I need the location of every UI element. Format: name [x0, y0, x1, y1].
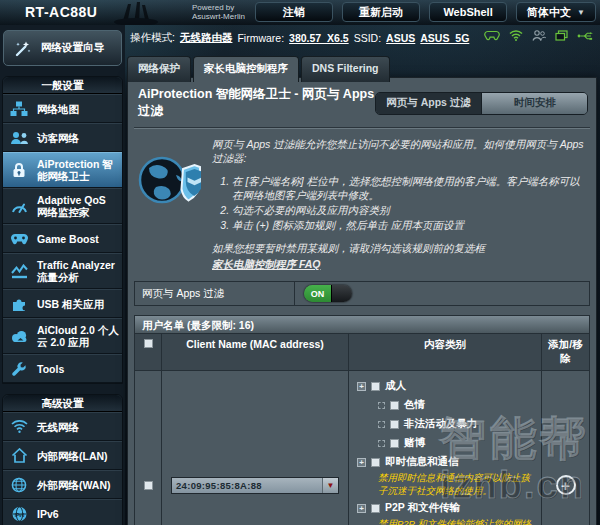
category-adult: + 成人: [357, 379, 535, 393]
reboot-button[interactable]: 重新启动: [342, 2, 420, 22]
sidebar-item-quick-setup[interactable]: 网络设置向导: [3, 30, 122, 66]
sidebar-item-label: 无线网络: [37, 421, 79, 433]
globe-icon: [7, 477, 31, 493]
sidebar-item-label: AiCloud 2.0 个人云 2.0 应用: [37, 324, 119, 348]
lock-shield-icon: [7, 162, 31, 178]
logout-button[interactable]: 注销: [255, 2, 333, 22]
tab-dns-filtering[interactable]: DNS Filtering: [301, 56, 390, 82]
sidebar-item-label: USB 相关应用: [37, 298, 104, 310]
toggle-knob: [331, 285, 352, 302]
subcategory-checkbox[interactable]: [390, 420, 399, 429]
sidebar-item-label: 访客网络: [37, 132, 79, 144]
column-content-category: 内容类别: [349, 334, 542, 370]
category-checkbox[interactable]: [371, 458, 380, 467]
table-row: 24:09:95:85:8A:88 ▼ + 成人 色情: [135, 371, 589, 525]
sidebar-item-label: Tools: [37, 363, 64, 375]
sidebar-section-general: 一般设置 网络地图 访客网络 AiProtection 智能网络卫士 Adapt…: [2, 76, 123, 384]
page-title: AiProtection 智能网络卫士 - 网页与 Apps 过滤: [138, 86, 375, 120]
sidebar-item-aiprotection[interactable]: AiProtection 智能网络卫士: [3, 152, 122, 188]
webshell-button[interactable]: WebShell: [429, 2, 507, 22]
client-mac-dropdown[interactable]: 24:09:95:85:8A:88 ▼: [171, 477, 339, 494]
expand-icon[interactable]: +: [357, 504, 366, 513]
sidebar-item-wan[interactable]: 外部网络(WAN): [3, 470, 122, 499]
firmware-link[interactable]: 380.57_X6.5: [289, 32, 349, 44]
sidebar-item-guest-network[interactable]: 访客网络: [3, 123, 122, 152]
subcategory-checkbox[interactable]: [390, 439, 399, 448]
network-map-icon: [7, 101, 31, 117]
header-buttons: 注销 重新启动 WebShell 简体中文 ▼: [255, 2, 596, 22]
description-intro: 网页与 Apps 过滤能允许您禁止访问不必要的网站和应用。如何使用网页与 App…: [212, 137, 584, 165]
tree-node-icon: [378, 402, 385, 409]
add-cell: +: [542, 371, 589, 525]
title-row: AiProtection 智能网络卫士 - 网页与 Apps 过滤 网页与 Ap…: [128, 78, 596, 127]
ipv6-icon: IPv6: [7, 506, 31, 522]
row-select-cell: [135, 371, 162, 525]
category-description: 禁用即时信息和通信内容可以防止孩子沉迷于社交网络的使用。: [378, 471, 535, 497]
subcategory-label: 非法活动及暴力: [404, 417, 478, 431]
sidebar-item-network-map[interactable]: 网络地图: [3, 94, 122, 123]
sidebar-item-game-boost[interactable]: Game Boost: [3, 224, 122, 253]
category-checkbox[interactable]: [371, 504, 380, 513]
sidebar-item-adaptive-qos[interactable]: Adaptive QoS 网络监控家: [3, 188, 122, 224]
sidebar-item-usb-apps[interactable]: USB 相关应用: [3, 289, 122, 318]
powered-by: Powered by Asuswrt-Merlin: [192, 3, 245, 21]
clients-status-icon[interactable]: [532, 30, 546, 41]
subcategory-gambling: 赌博: [378, 436, 535, 450]
status-bar: 操作模式: 无线路由器 Firmware: 380.57_X6.5 SSID: …: [130, 29, 594, 47]
sidebar-item-lan[interactable]: 内部网络(LAN): [3, 441, 122, 470]
sidebar-item-traffic-analyzer[interactable]: Traffic Analyzer 流量分析: [3, 253, 122, 289]
globe-shield-icon: [136, 137, 202, 271]
sidebar-item-label: 网络地图: [37, 103, 79, 115]
time-scheduling-view-button[interactable]: 时间安排: [481, 93, 587, 114]
category-checkbox[interactable]: [371, 382, 380, 391]
main-panel: AiProtection 智能网络卫士 - 网页与 Apps 过滤 网页与 Ap…: [127, 77, 597, 525]
category-label: 即时信息和通信: [385, 455, 459, 469]
game-mode-icon[interactable]: [484, 30, 500, 41]
expand-icon[interactable]: +: [357, 382, 366, 391]
wifi-status-icon[interactable]: [509, 30, 523, 41]
sidebar-item-label: Traffic Analyzer 流量分析: [37, 259, 119, 283]
guest-network-icon: [7, 131, 31, 145]
category-label: P2P 和文件传输: [385, 501, 460, 515]
sidebar: 网络设置向导 一般设置 网络地图 访客网络 AiProtection 智能网络卫…: [0, 25, 125, 525]
select-all-checkbox[interactable]: [144, 339, 153, 348]
description-text: 网页与 Apps 过滤能允许您禁止访问不必要的网站和应用。如何使用网页与 App…: [212, 137, 588, 271]
gamepad-icon: [7, 233, 31, 245]
sidebar-item-label: 内部网络(LAN): [37, 450, 108, 462]
sidebar-item-label: AiProtection 智能网络卫士: [37, 158, 119, 182]
webapps-filter-view-button[interactable]: 网页与 Apps 过滤: [376, 93, 482, 114]
wifi-icon: [7, 420, 31, 433]
magic-wand-icon: [10, 40, 34, 57]
steps-list: 在 [客户端名称] 栏位中，选择您想控制网络使用的客户端。客户端名称可以在网络地…: [232, 174, 584, 232]
svg-text:IPv6: IPv6: [14, 513, 24, 518]
select-all-cell: [135, 334, 162, 370]
toggle-on-label: ON: [304, 285, 331, 302]
ssid-link-2[interactable]: ASUS_5G: [420, 32, 469, 44]
cloud-icon: [7, 330, 31, 343]
sidebar-item-wireless[interactable]: 无线网络: [3, 412, 122, 441]
op-mode-link[interactable]: 无线路由器: [180, 31, 233, 45]
ssid-link-1[interactable]: ASUS: [386, 32, 415, 44]
category-instant-message: + 即时信息和通信: [357, 455, 535, 469]
add-rule-button[interactable]: +: [556, 475, 576, 495]
description-note: 如果您想要暂时禁用某规则，请取消勾选该规则前的复选框: [212, 241, 584, 255]
expand-icon[interactable]: +: [357, 458, 366, 467]
sidebar-item-ipv6[interactable]: IPv6 IPv6: [3, 499, 122, 525]
tab-parental-controls[interactable]: 家长电脑控制程序: [193, 56, 299, 82]
subcategory-checkbox[interactable]: [390, 401, 399, 410]
faq-link[interactable]: 家长电脑控制程序 FAQ: [212, 257, 321, 271]
client-list-table: 用户名单 (最多限制: 16) Client Name (MAC address…: [134, 315, 590, 525]
usb-status-icon[interactable]: [577, 31, 594, 41]
description-section: 网页与 Apps 过滤能允许您禁止访问不必要的网站和应用。如何使用网页与 App…: [128, 128, 596, 279]
column-add-delete: 添加/移除: [542, 334, 589, 370]
language-select[interactable]: 简体中文 ▼: [516, 2, 596, 22]
sidebar-item-tools[interactable]: Tools: [3, 354, 122, 383]
sidebar-section-advanced: 高级设置 无线网络 内部网络(LAN) 外部网络(WAN) IPv6 IPv6: [2, 394, 123, 525]
category-description: 禁用P2P 和文件传输能够让您的网络资源有更好的使用效率: [378, 517, 535, 525]
guest-status-icon[interactable]: [555, 30, 568, 41]
tab-network-protection[interactable]: 网络保护: [127, 56, 191, 82]
sidebar-item-aicloud[interactable]: AiCloud 2.0 个人云 2.0 应用: [3, 318, 122, 354]
sidebar-item-label: 外部网络(WAN): [37, 479, 111, 491]
webapps-filter-toggle[interactable]: ON: [304, 285, 352, 302]
row-checkbox[interactable]: [144, 481, 153, 490]
